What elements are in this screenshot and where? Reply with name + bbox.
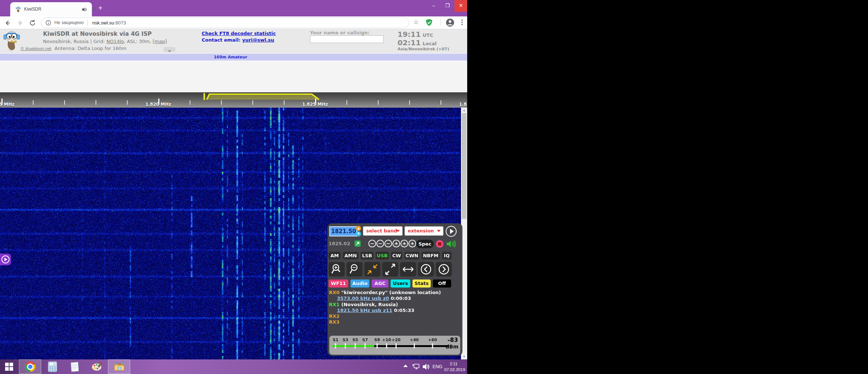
mode-button-iq[interactable]: IQ (442, 252, 452, 259)
scroll-down-icon[interactable]: ▼ (461, 354, 467, 359)
s-meter-tick (377, 343, 378, 348)
back-icon[interactable] (4, 19, 12, 27)
audio-button[interactable]: Audio (350, 279, 369, 288)
passband-indicator[interactable] (205, 93, 322, 100)
reload-icon[interactable] (28, 19, 36, 27)
taskbar-paint-button[interactable] (86, 359, 108, 374)
start-button[interactable] (0, 359, 18, 374)
taskbar-explorer-button[interactable] (108, 359, 130, 374)
browser-toolbar: Не защищено nsk.swl.su:8073 ☆ (0, 16, 467, 29)
tab-close-icon[interactable]: ✕ (91, 6, 96, 12)
taskbar-notepad-button[interactable] (63, 359, 86, 374)
browser-titlebar: KiwiSDR ✕ + – ❐ ✕ (0, 0, 467, 16)
address-bar[interactable]: Не защищено nsk.swl.su:8073 (41, 18, 409, 28)
frequency-input[interactable]: 1821.50 (329, 226, 357, 236)
zoom-plus-button[interactable]: + (400, 240, 408, 247)
spectrum-area[interactable] (0, 61, 467, 92)
frequency-scale[interactable]: 1.815 MHz1.820 MHz1.825 MHz1.830 MHz (0, 92, 467, 108)
passband-width-button[interactable] (400, 262, 416, 277)
browser-tab[interactable]: KiwiSDR ✕ (10, 2, 92, 16)
network-icon[interactable] (412, 363, 421, 370)
language-indicator[interactable]: ENG (433, 364, 442, 369)
taskbar-calculator-button[interactable]: 0 (41, 359, 63, 374)
menu-dots-icon[interactable] (459, 19, 465, 26)
zoom-plus-button[interactable]: + (408, 240, 416, 247)
zoom-max-out-button[interactable] (382, 262, 398, 277)
bluebison-link[interactable]: © bluebison.net (20, 46, 51, 51)
rx-channel-list: RX0"kiwirecorder.py" (unknown location)3… (329, 290, 441, 325)
rx-id: RX3 (329, 319, 341, 325)
station-antenna-line: © bluebison.net Antenna: Delta Loop for … (20, 46, 126, 51)
record-button[interactable] (436, 240, 443, 248)
frequency-link-button[interactable] (354, 240, 361, 247)
rx-frequency-link[interactable]: 3573.00 kHz usb z0 (337, 296, 389, 301)
mute-speaker-icon[interactable] (446, 240, 456, 248)
window-restore-button[interactable]: ❐ (441, 0, 454, 12)
shift-left-button[interactable] (418, 262, 434, 277)
play-button[interactable] (446, 226, 457, 237)
volume-icon[interactable] (422, 363, 430, 370)
scale-tick (221, 100, 222, 105)
zoom-to-passband-button[interactable] (364, 262, 380, 277)
window-close-button[interactable]: ✕ (454, 0, 467, 12)
taskbar-chrome-button[interactable] (19, 359, 41, 374)
s-meter-tick-label: S5 (352, 338, 358, 342)
zoom-out-button[interactable] (346, 262, 363, 277)
kiwi-header: KiwiSDR at Novosibirsk via 4G ISP Novosi… (0, 29, 467, 53)
windows-logo-icon (5, 363, 13, 371)
mode-button-amn[interactable]: AMN (343, 252, 359, 259)
scale-tick (33, 100, 34, 105)
page-info-icon[interactable] (46, 20, 51, 26)
clock[interactable]: 2:1107.02.2019 (444, 361, 463, 373)
omnibox-divider (87, 20, 88, 26)
ft8-statistic-link[interactable]: Check FT8 decoder statistic (202, 31, 276, 36)
header-collapse-button[interactable] (163, 47, 175, 52)
scale-tick (252, 100, 253, 105)
mode-button-lsb[interactable]: LSB (361, 252, 373, 259)
mode-button-am[interactable]: AM (329, 252, 341, 259)
spectrum-button[interactable]: Spec (416, 240, 434, 248)
zoom-in-button[interactable] (329, 262, 345, 277)
window-minimize-button[interactable]: – (427, 0, 441, 12)
scroll-up-icon[interactable]: ▲ (461, 108, 467, 113)
map-link[interactable]: map (155, 39, 165, 44)
left-panel-toggle-button[interactable] (0, 254, 11, 265)
chevron-down-icon (168, 50, 171, 53)
s-meter-tick-label: S9 (374, 338, 380, 342)
off-button[interactable]: Off (433, 279, 451, 288)
zoom-minus-button[interactable]: − (368, 240, 376, 247)
users-button[interactable]: Users (391, 279, 410, 288)
grid-link[interactable]: NO14lo (106, 39, 124, 44)
scrollbar-thumb[interactable] (462, 113, 466, 219)
tray-expand-icon[interactable] (403, 365, 408, 367)
mode-button-nbfm[interactable]: NBFM (422, 252, 440, 259)
zoom-plus-button[interactable]: + (392, 240, 400, 247)
band-label: 160m Amateur (214, 55, 247, 59)
mode-button-cwn[interactable]: CWN (404, 252, 419, 259)
frequency-up-icon[interactable]: ▲ (356, 226, 361, 231)
rx-detail: 3573.00 kHz usb z0 0:00:03 (329, 296, 441, 301)
agc-button[interactable]: AGC (372, 279, 388, 288)
select-band-dropdown[interactable]: select band (363, 226, 403, 236)
contact-email-link[interactable]: yuri@swl.su (242, 37, 274, 43)
bookmark-star-icon[interactable]: ☆ (413, 18, 419, 26)
adblock-shield-icon[interactable] (425, 19, 433, 26)
zoom-minus-button[interactable]: − (384, 240, 392, 247)
mode-button-cw[interactable]: CW (391, 252, 402, 259)
mode-button-usb[interactable]: USB (376, 252, 389, 259)
extension-dropdown[interactable]: extension (404, 226, 443, 236)
tab-audio-speaker-icon[interactable] (82, 7, 87, 12)
frequency-down-icon[interactable]: ▼ (356, 231, 361, 236)
taskbar: 0 (0, 359, 467, 374)
callsign-input[interactable] (310, 35, 384, 43)
new-tab-button[interactable]: + (96, 4, 105, 13)
stats-button[interactable]: Stats (412, 279, 431, 288)
band-bar[interactable]: 160m Amateur (0, 54, 467, 61)
profile-avatar-icon[interactable] (446, 18, 454, 27)
shift-right-button[interactable] (436, 262, 452, 277)
zoom-minus-button[interactable]: − (376, 240, 384, 247)
forward-icon[interactable] (16, 19, 24, 27)
wf11-button[interactable]: WF11 (329, 279, 348, 288)
rx-frequency-link[interactable]: 1821.50 kHz usb z11 (337, 308, 392, 313)
s-meter-tick-label: +10 (382, 338, 391, 342)
